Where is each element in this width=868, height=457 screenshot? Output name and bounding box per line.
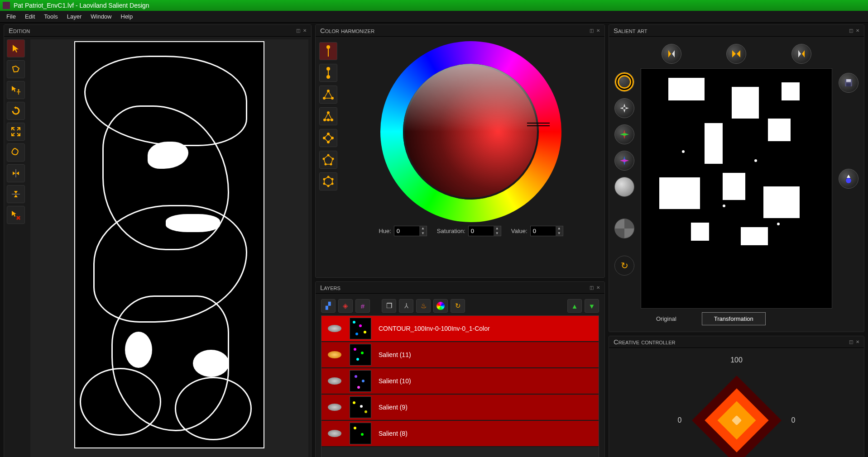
menu-file[interactable]: File: [2, 12, 20, 21]
sat-val-picker[interactable]: [403, 64, 539, 200]
creative-controller-panel: Creative controller ◫ ✕ 100 100 0 0 1: [609, 336, 864, 457]
salient-picker-button[interactable]: [839, 169, 858, 189]
creative-diamond-control[interactable]: [692, 376, 782, 457]
value-input[interactable]: ▲▼: [530, 226, 563, 236]
svg-rect-29: [846, 83, 851, 86]
layer-row[interactable]: Salient (10): [321, 368, 599, 395]
layer-merge-button[interactable]: ⅄: [399, 299, 413, 313]
harmony-hexagon-button[interactable]: [319, 172, 337, 190]
harmony-complement-button[interactable]: [319, 64, 337, 82]
layer-checker-button[interactable]: ▞: [321, 299, 336, 313]
layer-flame-button[interactable]: ♨: [416, 299, 431, 313]
panel-undock-icon[interactable]: ◫: [590, 28, 594, 33]
layer-refresh-button[interactable]: ↻: [451, 299, 465, 313]
menu-window[interactable]: Window: [86, 12, 116, 21]
salient-save-button[interactable]: [839, 73, 858, 93]
menu-help[interactable]: Help: [116, 12, 138, 21]
layer-visibility-toggle[interactable]: [321, 404, 348, 411]
layer-name: Salient (8): [373, 430, 599, 437]
scale-tool[interactable]: [7, 123, 25, 141]
salient-globe-button[interactable]: [614, 177, 634, 197]
harmony-square-button[interactable]: [319, 129, 337, 147]
salient-star-color1-button[interactable]: [614, 124, 634, 144]
cc-right-label: 0: [791, 416, 796, 424]
salient-star-button[interactable]: [614, 98, 634, 118]
hue-input[interactable]: ▲▼: [394, 226, 427, 236]
layer-gradient-button[interactable]: [433, 299, 448, 313]
layer-visibility-toggle[interactable]: [321, 377, 348, 385]
panel-undock-icon[interactable]: ◫: [849, 339, 853, 344]
layer-duplicate-button[interactable]: ❐: [382, 299, 396, 313]
menu-tools[interactable]: Tools: [39, 12, 62, 21]
edition-title: Edition: [9, 27, 30, 34]
layers-list[interactable]: CONTOUR_100Inv-0-100Inv-0_1-Color Salien…: [321, 315, 599, 457]
tab-transformation[interactable]: Transformation: [702, 312, 766, 325]
salient-canvas[interactable]: [641, 68, 832, 309]
panel-close-icon[interactable]: ✕: [596, 285, 600, 290]
mirror-vertical-tool[interactable]: [7, 164, 25, 182]
layer-down-button[interactable]: ▼: [585, 299, 599, 313]
svg-point-2: [326, 67, 330, 71]
panel-close-icon[interactable]: ✕: [856, 339, 859, 344]
rotate-tool[interactable]: [7, 102, 25, 120]
menu-layer[interactable]: Layer: [62, 12, 86, 21]
panel-undock-icon[interactable]: ◫: [849, 28, 853, 33]
layer-row[interactable]: Salient (9): [321, 395, 599, 421]
harmonizer-title: Color harmonizer: [320, 27, 374, 34]
tab-original[interactable]: Original: [644, 313, 688, 325]
layer-visibility-toggle[interactable]: [321, 351, 348, 358]
layers-panel: Layers ◫ ✕ ▞ ◈ # ❐ ⅄ ♨: [315, 281, 605, 457]
move-tool[interactable]: [7, 81, 25, 99]
window-title: Pat Patriot_EnvC1.lvf - Laoviland Salien…: [14, 2, 149, 9]
spin-down-icon[interactable]: ▼: [556, 231, 563, 236]
selection-tool[interactable]: [7, 39, 25, 57]
layer-grid-button[interactable]: #: [355, 299, 370, 313]
salient-flip-alt-button[interactable]: [791, 44, 811, 64]
salient-ring-button[interactable]: [614, 72, 634, 92]
spin-up-icon[interactable]: ▲: [494, 226, 501, 231]
lasso-tool[interactable]: [7, 60, 25, 78]
saturation-input[interactable]: ▲▼: [468, 226, 501, 236]
panel-close-icon[interactable]: ✕: [596, 28, 600, 33]
spin-down-icon[interactable]: ▼: [419, 231, 427, 236]
layer-up-button[interactable]: ▲: [567, 299, 582, 313]
panel-close-icon[interactable]: ✕: [856, 28, 859, 33]
hue-marker[interactable]: [527, 123, 550, 126]
swirl-tool[interactable]: [7, 143, 25, 162]
edition-canvas[interactable]: [30, 39, 308, 457]
layer-row[interactable]: CONTOUR_100Inv-0-100Inv-0_1-Color: [321, 316, 599, 342]
edition-toolbar: [7, 39, 27, 457]
salient-mirror-button[interactable]: [726, 44, 746, 64]
spin-up-icon[interactable]: ▲: [556, 226, 563, 231]
harmony-split-button[interactable]: [319, 107, 337, 125]
harmony-triad-button[interactable]: [319, 86, 337, 104]
svg-rect-28: [846, 79, 851, 82]
app-icon: [3, 2, 10, 9]
salient-cycle-button[interactable]: ↻: [614, 256, 634, 276]
spin-down-icon[interactable]: ▼: [494, 231, 501, 236]
hue-label: Hue:: [379, 228, 391, 234]
layer-visibility-toggle[interactable]: [321, 430, 348, 437]
panel-undock-icon[interactable]: ◫: [590, 285, 594, 290]
panel-undock-icon[interactable]: ◫: [296, 28, 300, 33]
harmony-pentagon-button[interactable]: [319, 151, 337, 169]
salient-flip-h-button[interactable]: [662, 44, 681, 64]
layer-cube-button[interactable]: ◈: [338, 299, 353, 313]
harmony-mono-button[interactable]: [319, 42, 337, 60]
salient-pattern-button[interactable]: [614, 219, 634, 238]
panel-close-icon[interactable]: ✕: [303, 28, 307, 33]
layer-visibility-toggle[interactable]: [321, 325, 348, 332]
salient-title: Salient art: [614, 27, 647, 34]
hue-wheel[interactable]: [380, 41, 561, 222]
layer-row[interactable]: Salient (11): [321, 342, 599, 368]
svg-point-4: [326, 75, 330, 79]
delete-tool[interactable]: [7, 206, 25, 224]
menu-edit[interactable]: Edit: [20, 12, 39, 21]
salient-star-color2-button[interactable]: [614, 151, 634, 171]
harmony-mode-toolbar: [318, 39, 340, 275]
canvas-image: [74, 41, 264, 448]
layer-row[interactable]: Salient (8): [321, 421, 599, 447]
spin-up-icon[interactable]: ▲: [419, 226, 427, 231]
mirror-horizontal-tool[interactable]: [7, 185, 25, 203]
svg-point-0: [326, 45, 330, 49]
